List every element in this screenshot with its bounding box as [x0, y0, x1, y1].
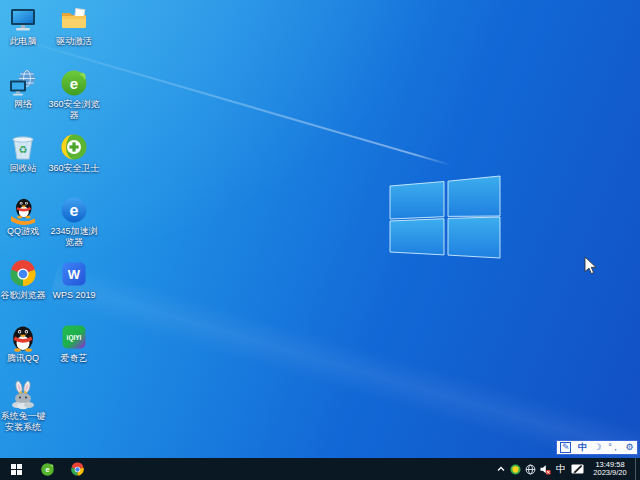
wps-icon: W [59, 259, 89, 289]
desktop-icon-chrome[interactable]: 谷歌浏览器 [0, 259, 48, 301]
desktop-icon-label: 此电脑 [10, 36, 37, 47]
ime-fullwidth-moon-button[interactable]: ☽ [594, 441, 602, 454]
iqiyi-wordmark: iQIYI [67, 334, 82, 342]
chrome-icon [8, 259, 38, 289]
desktop-icon-label: 谷歌浏览器 [1, 290, 46, 301]
desktop-icon-network[interactable]: 网络 [0, 68, 48, 110]
desktop-icon-iqiyi[interactable]: iQIYI 爱奇艺 [47, 322, 101, 364]
desktop-icon-label: 回收站 [10, 163, 37, 174]
360-browser-icon: e [59, 68, 89, 98]
desktop-icon-label: 网络 [14, 99, 32, 110]
desktop-icon-label: 爱奇艺 [61, 353, 88, 364]
desktop-icon-2345-browser[interactable]: e 2345加速浏览器 [47, 195, 101, 248]
2345-browser-icon: e [59, 195, 89, 225]
desktop-icon-system-rabbit[interactable]: 系统兔一键安装系统 [0, 380, 48, 433]
letter-e: e [70, 75, 78, 92]
recycle-symbol-icon: ♻ [19, 144, 28, 155]
360-browser-taskbar-icon: e [40, 462, 55, 477]
desktop-icon-driver-activation[interactable]: 驱动激活 [47, 5, 101, 47]
qq-games-icon [8, 195, 38, 225]
ime-handwriting-button[interactable]: ✎ [560, 442, 571, 453]
system-tray: 中 13:49:58 2023/9/20 [493, 458, 640, 480]
desktop-icon-label: 360安全浏览器 [47, 99, 101, 121]
touch-keyboard-pen-icon [571, 463, 584, 475]
chevron-up-icon [496, 464, 506, 474]
desktop-icon-label: WPS 2019 [52, 290, 95, 301]
chrome-taskbar-icon [70, 462, 85, 477]
desktop-icon-label: 360安全卫士 [48, 163, 99, 174]
desktop-icon-label: 腾讯QQ [7, 353, 39, 364]
ime-chinese-mode-button[interactable]: 中 [578, 441, 587, 454]
tray-clock[interactable]: 13:49:58 2023/9/20 [585, 461, 635, 478]
windows-desktop: 此电脑 驱动激活 [0, 0, 640, 480]
desktop-icon-tencent-qq[interactable]: 腾讯QQ [0, 322, 48, 364]
desktop-icon-360-browser[interactable]: e 360安全浏览器 [47, 68, 101, 121]
letter-w: W [68, 267, 81, 282]
desktop-icon-qq-games[interactable]: QQ游戏 [0, 195, 48, 237]
taskbar-item-chrome[interactable] [62, 458, 92, 480]
tray-volume-muted[interactable] [538, 458, 553, 480]
speaker-muted-icon [540, 464, 551, 475]
this-pc-icon [8, 5, 38, 35]
show-desktop-button[interactable] [635, 458, 640, 480]
desktop-icon-this-pc[interactable]: 此电脑 [0, 5, 48, 47]
desktop-icon-label: 2345加速浏览器 [47, 226, 101, 248]
tray-touch-keyboard[interactable] [569, 458, 585, 480]
clock-date: 2023/9/20 [586, 469, 634, 478]
letter-e: e [70, 202, 79, 219]
desktop-icon-label: 驱动激活 [56, 36, 92, 47]
rabbit-mascot-icon [8, 380, 38, 410]
windows-logo-wallpaper [385, 172, 505, 264]
360-safe-icon [59, 132, 89, 162]
desktop-icon-360-safe[interactable]: 360安全卫士 [47, 132, 101, 174]
360-safe-tray-icon [510, 464, 521, 475]
folder-icon [59, 5, 89, 35]
ime-language-bar: ✎ 中 ☽ °， ⚙ [556, 440, 638, 455]
network-globe-icon [8, 68, 38, 98]
network-globe-tray-icon [525, 464, 536, 475]
taskbar-item-360-browser[interactable]: e [32, 458, 62, 480]
desktop-icon-wps[interactable]: W WPS 2019 [47, 259, 101, 301]
desktop-icon-label: QQ游戏 [7, 226, 39, 237]
tray-network[interactable] [523, 458, 538, 480]
tray-ime-mode-indicator[interactable]: 中 [553, 458, 569, 480]
windows-logo-icon [11, 464, 22, 475]
qq-penguin-icon [8, 322, 38, 352]
iqiyi-icon: iQIYI [59, 322, 89, 352]
desktop-icon-label: 系统兔一键安装系统 [0, 411, 48, 433]
recycle-bin-icon: ♻ [8, 132, 38, 162]
ime-settings-gear-button[interactable]: ⚙ [626, 441, 634, 454]
mouse-cursor [584, 256, 597, 275]
desktop-icon-recycle-bin[interactable]: ♻ 回收站 [0, 132, 48, 174]
start-button[interactable] [0, 458, 32, 480]
taskbar: e [0, 458, 640, 480]
ime-punctuation-button[interactable]: °， [608, 441, 619, 454]
tray-hidden-icons-button[interactable] [493, 458, 508, 480]
svg-text:e: e [45, 465, 49, 474]
tray-360-safe[interactable] [508, 458, 523, 480]
